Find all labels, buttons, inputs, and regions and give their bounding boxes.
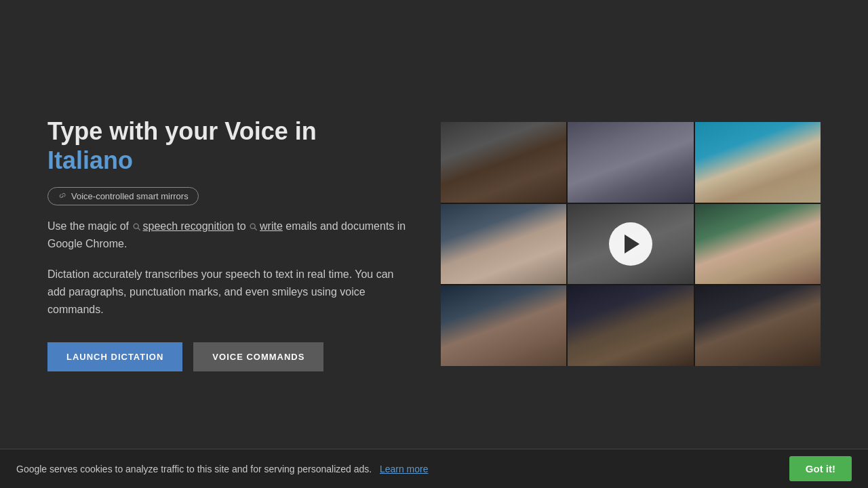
description-1: Use the magic of speech recognition to w… <box>47 218 407 252</box>
grid-cell-2 <box>568 122 693 203</box>
grid-cell-3 <box>695 122 821 203</box>
cookie-banner: Google serves cookies to analyze traffic… <box>0 449 868 488</box>
main-content: Type with your Voice in Italiano Voice-c… <box>0 0 868 488</box>
grid-cell-9 <box>695 285 821 366</box>
svg-line-1 <box>138 228 140 230</box>
grid-cell-4 <box>441 204 566 285</box>
grid-cell-6 <box>695 204 821 285</box>
svg-line-3 <box>254 228 256 230</box>
desc1-middle: to <box>234 220 249 232</box>
got-it-button[interactable]: Got it! <box>789 456 852 481</box>
voice-commands-button[interactable]: VOICE COMMANDS <box>193 342 323 371</box>
cookie-text: Google serves cookies to analyze traffic… <box>16 464 778 474</box>
play-button[interactable] <box>609 222 652 266</box>
cookie-message: Google serves cookies to analyze traffic… <box>16 464 372 474</box>
grid-cell-1 <box>441 122 566 203</box>
desc1-before: Use the magic of <box>47 220 132 232</box>
desc1-link1: speech recognition <box>143 220 234 232</box>
heading-prefix: Type with your Voice in <box>47 117 317 145</box>
description-2: Dictation accurately transcribes your sp… <box>47 266 407 318</box>
launch-dictation-button[interactable]: LAUNCH DICTATION <box>47 342 182 371</box>
right-panel <box>441 122 821 366</box>
video-grid <box>441 122 821 366</box>
video-play-cell[interactable] <box>568 204 693 285</box>
play-triangle-icon <box>625 235 639 253</box>
search-icon-2 <box>249 222 258 232</box>
left-panel: Type with your Voice in Italiano Voice-c… <box>47 117 407 371</box>
search-icon-1 <box>132 222 142 232</box>
desc1-link2: write <box>260 220 283 232</box>
link-icon <box>58 192 67 201</box>
badge-label: Voice-controlled smart mirrors <box>71 191 189 201</box>
learn-more-link[interactable]: Learn more <box>380 464 429 474</box>
page-heading: Type with your Voice in Italiano <box>47 117 407 175</box>
heading-accent: Italiano <box>47 146 133 174</box>
grid-cell-7 <box>441 285 566 366</box>
feature-badge[interactable]: Voice-controlled smart mirrors <box>47 187 199 205</box>
grid-cell-8 <box>568 285 693 366</box>
action-buttons: LAUNCH DICTATION VOICE COMMANDS <box>47 342 407 371</box>
